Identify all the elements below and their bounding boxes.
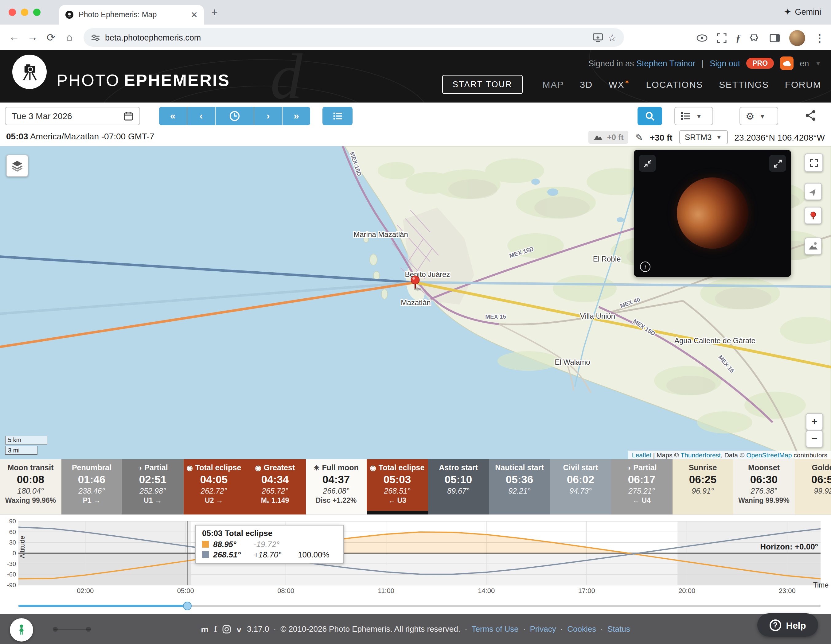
- event-total-eclipse-0405[interactable]: ◉Total eclipse04:05262.72°U2 →: [183, 459, 244, 514]
- user-name-link[interactable]: Stephen Trainor: [636, 59, 695, 68]
- event-astro-start-0510[interactable]: Astro start05:1089.67°: [428, 459, 489, 514]
- share-button[interactable]: [805, 109, 817, 124]
- language-selector[interactable]: en: [800, 59, 809, 68]
- tab-close-icon[interactable]: ✕: [191, 10, 198, 19]
- footer-link-privacy[interactable]: Privacy: [530, 624, 556, 634]
- sign-out-link[interactable]: Sign out: [710, 59, 740, 68]
- zoom-in-button[interactable]: +: [806, 413, 823, 430]
- event-icon: ◉: [187, 464, 193, 471]
- nav-settings[interactable]: SETTINGS: [719, 79, 769, 89]
- screenshot-frame-icon[interactable]: [717, 33, 727, 43]
- gemini-button[interactable]: ✦ Gemini: [784, 7, 821, 17]
- event-detail: ← U3: [367, 497, 428, 505]
- footer-link-cookies[interactable]: Cookies: [567, 624, 596, 634]
- home-icon[interactable]: ⌂: [60, 31, 79, 44]
- site-settings-icon[interactable]: [91, 33, 100, 42]
- event-icon: ◉: [370, 464, 376, 471]
- address-bar[interactable]: beta.photoephemeris.com ☆: [84, 28, 624, 47]
- side-panel-icon[interactable]: [770, 34, 780, 42]
- calendar-icon: [123, 111, 133, 121]
- browser-tab[interactable]: Photo Ephemeris: Map ✕: [59, 5, 204, 25]
- forward-icon[interactable]: →: [23, 31, 42, 44]
- nav-forum[interactable]: FORUM: [785, 79, 821, 89]
- bookmark-star-icon[interactable]: ☆: [608, 32, 617, 43]
- event-moon-transit-0008[interactable]: Moon transit00:08180.04°Waxing 99.96%: [0, 459, 61, 514]
- back-icon[interactable]: ←: [5, 31, 23, 44]
- window-controls[interactable]: [9, 9, 41, 16]
- extensions-puzzle-icon[interactable]: [750, 33, 760, 43]
- footer-link-status[interactable]: Status: [607, 624, 630, 634]
- next-day-button[interactable]: »: [283, 107, 310, 125]
- time-slider[interactable]: [18, 605, 821, 607]
- fx-extension-icon[interactable]: ƒ: [736, 33, 741, 44]
- search-button[interactable]: [638, 107, 662, 125]
- menu-kebab-icon[interactable]: ⋮: [814, 32, 825, 45]
- collapse-panel-button[interactable]: [639, 155, 656, 172]
- terrain-pin-button[interactable]: [805, 238, 822, 255]
- event-partial-0251[interactable]: ◑Partial02:51252.98°U1 →: [122, 459, 183, 514]
- drop-pin-button[interactable]: [805, 207, 822, 224]
- install-app-icon[interactable]: [592, 33, 603, 42]
- start-tour-button[interactable]: START TOUR: [442, 75, 523, 94]
- vimeo-icon[interactable]: v: [237, 624, 242, 634]
- nav-wx[interactable]: WX✶: [609, 79, 630, 90]
- thunderforest-link[interactable]: Thunderforest: [681, 451, 721, 459]
- footer-link-terms-of-use[interactable]: Terms of Use: [472, 624, 519, 634]
- info-icon[interactable]: i: [640, 262, 650, 272]
- event-list-button[interactable]: [322, 107, 353, 125]
- separator: ·: [465, 624, 467, 634]
- fullscreen-button[interactable]: [805, 153, 823, 172]
- help-button[interactable]: ? Help: [757, 613, 818, 637]
- event-golden-0655[interactable]: Golden06:5599.92°: [794, 459, 831, 514]
- photo-ephemeris-logo[interactable]: [12, 55, 47, 89]
- event-moonset-0630[interactable]: Moonset06:30276.38°Waning 99.99%: [733, 459, 794, 514]
- previous-day-button[interactable]: «: [159, 107, 187, 125]
- mastodon-icon[interactable]: m: [201, 624, 209, 634]
- dem-source-dropdown[interactable]: SRTM3 ▼: [679, 130, 728, 144]
- settings-dropdown[interactable]: ⚙ ▼: [739, 107, 778, 125]
- zoom-out-button[interactable]: −: [806, 430, 823, 448]
- nav-3d[interactable]: 3D: [580, 79, 593, 89]
- leaflet-link[interactable]: Leaflet: [632, 451, 651, 459]
- previous-event-button[interactable]: ‹: [187, 107, 215, 125]
- maximize-window-button[interactable]: [33, 9, 41, 16]
- slider-dot[interactable]: [53, 627, 58, 632]
- slider-handle[interactable]: [183, 602, 192, 610]
- event-greatest-0434[interactable]: ◉Greatest04:34265.72°Mᵤ 1.149: [244, 459, 306, 514]
- moon-phase-panel: i: [634, 150, 791, 277]
- mini-zoom-slider[interactable]: [54, 629, 91, 630]
- map-canvas[interactable]: Marina MazatlánBenito JuárezMazatlánEl R…: [0, 146, 831, 459]
- nav-map[interactable]: MAP: [542, 79, 564, 89]
- street-view-pegman-button[interactable]: [10, 618, 33, 642]
- altitude-chart[interactable]: 9060300-30-60-9002:0005:0008:0011:0014:0…: [0, 514, 831, 599]
- event-nautical-start-0536[interactable]: Nautical start05:3692.21°: [489, 459, 550, 514]
- slider-dot[interactable]: [86, 627, 91, 632]
- map-style-dropdown[interactable]: ▼: [674, 107, 713, 125]
- date-picker-button[interactable]: Tue 3 Mar 2026: [5, 107, 140, 125]
- expand-panel-button[interactable]: [769, 155, 786, 172]
- new-tab-button[interactable]: +: [211, 7, 218, 17]
- event-total-eclipse-0503[interactable]: ◉Total eclipse05:03268.51°← U3: [367, 459, 428, 514]
- event-civil-start-0602[interactable]: Civil start06:0294.73°: [550, 459, 611, 514]
- next-event-button[interactable]: ›: [254, 107, 282, 125]
- close-window-button[interactable]: [9, 9, 16, 16]
- minimize-window-button[interactable]: [21, 9, 28, 16]
- profile-avatar[interactable]: [789, 30, 805, 46]
- eye-extension-icon[interactable]: [696, 34, 708, 42]
- edit-elevation-icon[interactable]: ✎: [635, 132, 643, 143]
- event-detail: [489, 497, 550, 505]
- reload-icon[interactable]: ⟳: [42, 31, 60, 44]
- facebook-icon[interactable]: f: [214, 624, 217, 634]
- event-icon: ◑: [138, 464, 142, 471]
- event-partial-0617[interactable]: ◑Partial06:17275.21°← U4: [611, 459, 672, 514]
- instagram-icon[interactable]: [223, 625, 231, 633]
- event-penumbral-0146[interactable]: Penumbral01:46238.46°P1 →: [61, 459, 122, 514]
- current-time-button[interactable]: [216, 107, 254, 125]
- openstreetmap-link[interactable]: OpenStreetMap: [746, 451, 792, 459]
- event-sunrise-0625[interactable]: Sunrise06:2596.91°: [672, 459, 733, 514]
- nav-locations[interactable]: LOCATIONS: [646, 79, 703, 89]
- cloud-service-icon[interactable]: [780, 56, 794, 70]
- locate-me-button[interactable]: [805, 183, 822, 200]
- layers-control-button[interactable]: [6, 155, 28, 177]
- event-full-moon-0437[interactable]: ✳Full moon04:37266.08°Disc +1.22%: [306, 459, 367, 514]
